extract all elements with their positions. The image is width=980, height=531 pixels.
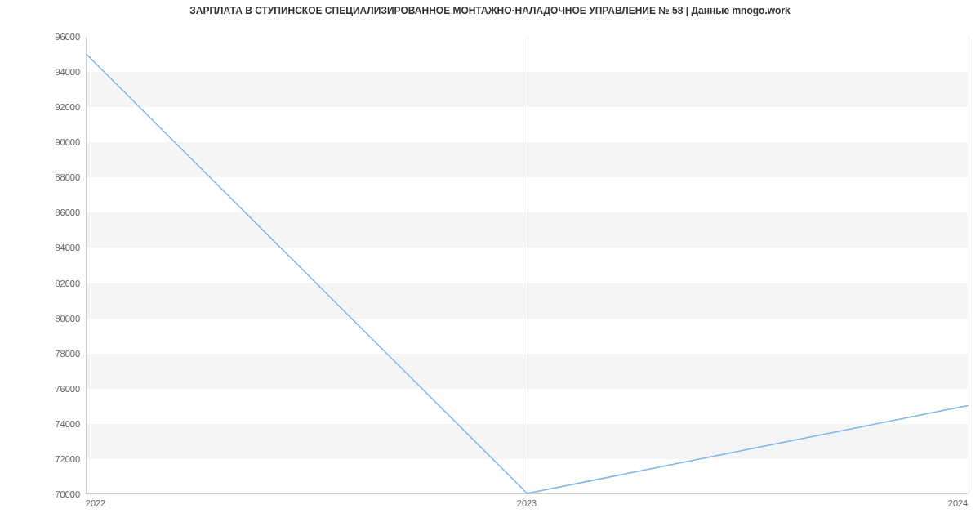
y-tick-label: 88000 — [7, 172, 80, 182]
y-tick-label: 84000 — [7, 243, 80, 252]
y-tick-label: 72000 — [7, 454, 80, 464]
line-series-svg — [87, 37, 968, 493]
x-tick-label: 2024 — [948, 498, 968, 508]
y-tick-label: 76000 — [7, 384, 80, 394]
chart-container: ЗАРПЛАТА В СТУПИНСКОЕ СПЕЦИАЛИЗИРОВАННОЕ… — [0, 0, 980, 531]
y-tick-label: 96000 — [7, 32, 80, 42]
y-tick-label: 82000 — [7, 279, 80, 288]
y-tick-label: 86000 — [7, 207, 80, 217]
y-tick-label: 94000 — [7, 67, 80, 77]
y-tick-label: 78000 — [7, 349, 80, 359]
y-tick-label: 90000 — [7, 137, 80, 147]
y-tick-label: 80000 — [7, 314, 80, 324]
y-tick-label: 70000 — [7, 489, 80, 499]
y-tick-label: 74000 — [7, 419, 80, 429]
y-tick-label: 92000 — [7, 102, 80, 112]
plot-area — [86, 37, 968, 494]
series-line — [87, 55, 968, 494]
x-tick-label: 2023 — [517, 498, 537, 508]
x-gridline — [969, 37, 969, 493]
x-tick-label: 2022 — [86, 498, 105, 508]
chart-title: ЗАРПЛАТА В СТУПИНСКОЕ СПЕЦИАЛИЗИРОВАННОЕ… — [0, 5, 980, 16]
